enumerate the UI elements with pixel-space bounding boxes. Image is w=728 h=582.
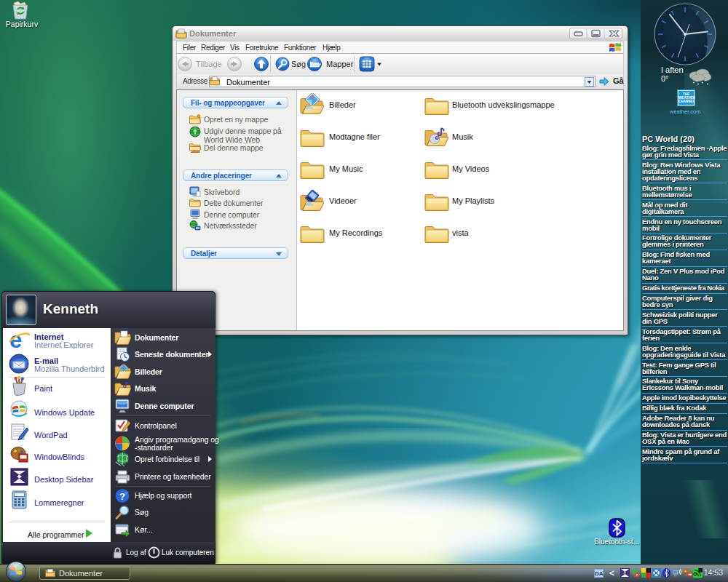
svg-text:?: ? <box>119 491 125 502</box>
